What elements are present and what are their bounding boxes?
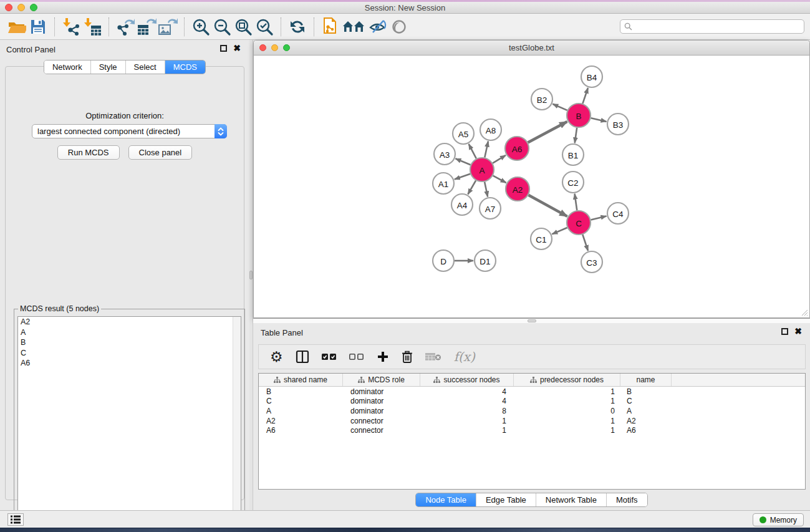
result-list-item[interactable]: A6 <box>18 358 241 369</box>
tab-select[interactable]: Select <box>125 60 165 74</box>
graph-edge-A-A5[interactable] <box>469 144 476 158</box>
graph-edge-A-A2[interactable] <box>493 176 506 183</box>
graph-edge-A-A7[interactable] <box>485 182 488 197</box>
table-row[interactable]: Adominator80A <box>259 406 805 416</box>
table-cell[interactable]: connector <box>343 426 420 435</box>
tab-node-table[interactable]: Node Table <box>416 493 476 506</box>
table-row[interactable]: Bdominator41B <box>259 387 805 397</box>
horizontal-splitter[interactable] <box>253 318 810 323</box>
close-panel-icon[interactable]: ✖ <box>233 45 241 52</box>
table-cell[interactable]: 1 <box>514 387 620 396</box>
result-list-item[interactable]: A <box>18 327 241 338</box>
tab-mcds[interactable]: MCDS <box>165 60 205 74</box>
network-canvas[interactable]: B4B2BB3A8A5A6A3B1AC2A1A2A4A7C4CC1DD1C3 <box>254 56 809 317</box>
export-network-button[interactable] <box>115 16 136 37</box>
table-cell[interactable]: A2 <box>259 417 343 425</box>
table-row[interactable]: A6connector11A6 <box>259 425 805 435</box>
column-header-successor-nodes[interactable]: successor nodes <box>420 374 514 386</box>
table-cell[interactable]: B <box>259 387 343 396</box>
table-row[interactable]: Cdominator41C <box>259 397 805 407</box>
optimization-criterion-dropdown[interactable]: largest connected component (directed) <box>32 124 227 138</box>
import-table-button[interactable] <box>82 16 103 37</box>
search-input[interactable] <box>635 22 804 31</box>
graph-edge-A-A8[interactable] <box>485 142 488 158</box>
table-cell[interactable]: 1 <box>420 426 514 435</box>
network-window-titlebar[interactable]: testGlobe.txt <box>254 41 809 56</box>
graph-edge-A-A4[interactable] <box>468 180 476 194</box>
first-neighbors-button[interactable] <box>341 16 367 37</box>
graph-edge-A6-B[interactable] <box>528 122 567 143</box>
zoom-out-button[interactable] <box>211 16 233 37</box>
hide-details-button[interactable] <box>367 16 388 37</box>
table-cell[interactable]: dominator <box>343 397 420 405</box>
graph-edge-A-A6[interactable] <box>493 155 506 163</box>
tab-motifs[interactable]: Motifs <box>606 493 647 506</box>
graph-edge-A-A3[interactable] <box>456 158 471 165</box>
column-header-name[interactable]: name <box>620 374 672 386</box>
network-graph[interactable]: B4B2BB3A8A5A6A3B1AC2A1A2A4A7C4CC1DD1C3 <box>254 56 809 317</box>
settings-gear-icon[interactable]: ⚙ <box>270 348 283 365</box>
close-panel-icon[interactable]: ✖ <box>794 328 802 335</box>
duplicate-network-button[interactable] <box>320 16 341 37</box>
table-cell[interactable]: C <box>259 397 343 405</box>
table-cell[interactable]: B <box>620 387 672 396</box>
search-field[interactable] <box>620 19 804 34</box>
zoom-in-button[interactable] <box>190 16 211 37</box>
graph-edge-B-B4[interactable] <box>582 88 588 104</box>
table-cell[interactable]: dominator <box>343 387 420 396</box>
table-cell[interactable]: C <box>620 397 672 405</box>
tab-network[interactable]: Network <box>44 60 90 74</box>
result-list-item[interactable]: A2 <box>18 317 241 327</box>
table-cell[interactable]: 1 <box>514 417 620 425</box>
close-panel-button[interactable]: Close panel <box>128 145 193 160</box>
graph-edge-C-C1[interactable] <box>552 228 567 234</box>
tab-edge-table[interactable]: Edge Table <box>476 493 536 506</box>
deselect-all-icon[interactable] <box>349 348 364 365</box>
table-cell[interactable]: connector <box>343 417 420 425</box>
resize-grip-icon[interactable] <box>799 307 808 316</box>
column-header-predecessor-nodes[interactable]: predecessor nodes <box>514 374 620 386</box>
zoom-selected-button[interactable] <box>254 16 275 37</box>
table-cell[interactable]: 4 <box>420 387 514 396</box>
table-cell[interactable]: A6 <box>620 426 672 435</box>
splitter-grip[interactable] <box>528 319 536 322</box>
float-panel-icon[interactable] <box>220 45 227 52</box>
table-cell[interactable]: 1 <box>514 397 620 405</box>
export-image-button[interactable] <box>157 16 178 37</box>
memory-button[interactable]: Memory <box>753 513 804 526</box>
zoom-fit-button[interactable] <box>233 16 254 37</box>
run-mcds-button[interactable]: Run MCDS <box>57 145 120 160</box>
table-cell[interactable]: 1 <box>514 426 620 435</box>
float-panel-icon[interactable] <box>781 328 788 335</box>
import-network-button[interactable] <box>60 16 82 37</box>
graph-edge-A2-C[interactable] <box>529 195 567 216</box>
column-header-mcds-role[interactable]: MCDS role <box>343 374 420 386</box>
tab-style[interactable]: Style <box>90 60 125 74</box>
select-all-icon[interactable] <box>322 348 337 365</box>
table-cell[interactable]: 0 <box>514 407 620 415</box>
add-column-icon[interactable] <box>377 348 389 365</box>
graph-edge-B-B1[interactable] <box>575 128 577 143</box>
table-cell[interactable]: A2 <box>620 417 672 425</box>
tab-network-table[interactable]: Network Table <box>536 493 606 506</box>
splitter-grip[interactable] <box>249 271 253 279</box>
table-cell[interactable]: A <box>259 407 343 415</box>
task-history-button[interactable] <box>7 513 24 526</box>
split-column-icon[interactable] <box>296 348 309 365</box>
graph-edge-A-A1[interactable] <box>455 174 470 180</box>
table-cell[interactable]: 1 <box>420 417 514 425</box>
refresh-button[interactable] <box>287 16 308 37</box>
table-cell[interactable]: 8 <box>420 407 514 415</box>
table-cell[interactable]: dominator <box>343 407 420 415</box>
table-cell[interactable]: 4 <box>420 397 514 405</box>
show-details-button[interactable] <box>388 16 410 37</box>
list-scrollbar[interactable] <box>233 317 241 521</box>
graph-edge-B-B3[interactable] <box>591 118 607 122</box>
save-session-button[interactable] <box>27 16 49 37</box>
export-table-button[interactable] <box>136 16 157 37</box>
main-titlebar[interactable]: Session: New Session <box>0 2 810 14</box>
open-session-button[interactable] <box>6 16 27 37</box>
table-cell[interactable]: A <box>620 407 672 415</box>
graph-edge-B-B2[interactable] <box>552 104 567 110</box>
table-cell[interactable]: A6 <box>259 426 343 435</box>
